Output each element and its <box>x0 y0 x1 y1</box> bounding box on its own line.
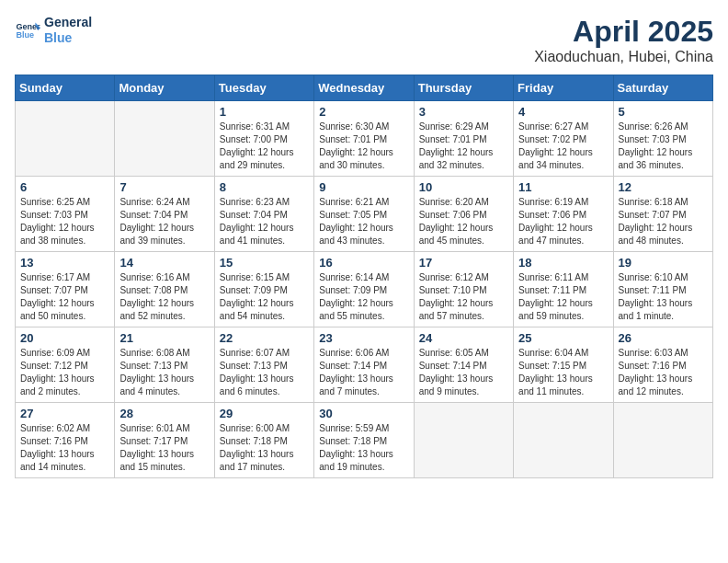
day-number: 30 <box>319 407 408 420</box>
day-number: 10 <box>419 180 508 194</box>
day-info: Sunrise: 6:16 AM Sunset: 7:08 PM Dayligh… <box>119 271 209 323</box>
weekday-header-tuesday: Tuesday <box>214 75 313 101</box>
day-cell: 19Sunrise: 6:10 AM Sunset: 7:11 PM Dayli… <box>613 252 712 327</box>
logo-icon: General Blue <box>15 17 40 43</box>
day-cell: 12Sunrise: 6:18 AM Sunset: 7:07 PM Dayli… <box>613 177 712 252</box>
weekday-header-sunday: Sunday <box>16 75 115 101</box>
day-number: 8 <box>220 180 309 194</box>
day-number: 7 <box>119 180 209 194</box>
day-cell: 25Sunrise: 6:04 AM Sunset: 7:15 PM Dayli… <box>514 327 613 403</box>
day-number: 25 <box>518 331 608 345</box>
day-number: 21 <box>119 331 209 345</box>
day-info: Sunrise: 6:18 AM Sunset: 7:07 PM Dayligh… <box>619 196 708 247</box>
day-cell: 1Sunrise: 6:31 AM Sunset: 7:00 PM Daylig… <box>214 101 313 177</box>
day-cell: 14Sunrise: 6:16 AM Sunset: 7:08 PM Dayli… <box>115 252 214 327</box>
day-number: 23 <box>319 331 408 345</box>
day-info: Sunrise: 6:07 AM Sunset: 7:13 PM Dayligh… <box>220 347 309 398</box>
day-info: Sunrise: 5:59 AM Sunset: 7:18 PM Dayligh… <box>319 422 408 474</box>
title-block: April 2025 Xiaoduchuan, Hubei, China <box>534 15 713 65</box>
day-cell <box>613 403 712 478</box>
day-cell: 23Sunrise: 6:06 AM Sunset: 7:14 PM Dayli… <box>314 327 414 403</box>
weekday-header-saturday: Saturday <box>613 75 712 101</box>
day-number: 20 <box>20 331 109 345</box>
day-info: Sunrise: 6:24 AM Sunset: 7:04 PM Dayligh… <box>119 196 209 247</box>
day-cell: 26Sunrise: 6:03 AM Sunset: 7:16 PM Dayli… <box>613 327 712 403</box>
day-cell: 28Sunrise: 6:01 AM Sunset: 7:17 PM Dayli… <box>115 403 214 478</box>
day-cell <box>115 101 214 177</box>
weekday-header-thursday: Thursday <box>414 75 513 101</box>
day-cell: 15Sunrise: 6:15 AM Sunset: 7:09 PM Dayli… <box>214 252 313 327</box>
day-number: 12 <box>619 180 708 194</box>
day-info: Sunrise: 6:05 AM Sunset: 7:14 PM Dayligh… <box>419 347 508 398</box>
day-cell <box>16 101 115 177</box>
day-info: Sunrise: 6:15 AM Sunset: 7:09 PM Dayligh… <box>220 271 309 323</box>
day-number: 9 <box>319 180 408 194</box>
day-info: Sunrise: 6:11 AM Sunset: 7:11 PM Dayligh… <box>518 271 608 323</box>
weekday-header-friday: Friday <box>514 75 613 101</box>
day-number: 24 <box>419 331 508 345</box>
day-info: Sunrise: 6:31 AM Sunset: 7:00 PM Dayligh… <box>220 121 309 172</box>
day-cell <box>414 403 513 478</box>
day-number: 26 <box>619 331 708 345</box>
day-info: Sunrise: 6:17 AM Sunset: 7:07 PM Dayligh… <box>20 271 109 323</box>
day-info: Sunrise: 6:14 AM Sunset: 7:09 PM Dayligh… <box>319 271 408 323</box>
day-number: 5 <box>619 105 708 119</box>
day-info: Sunrise: 6:00 AM Sunset: 7:18 PM Dayligh… <box>220 422 309 474</box>
day-number: 16 <box>319 256 408 270</box>
day-info: Sunrise: 6:27 AM Sunset: 7:02 PM Dayligh… <box>518 121 608 172</box>
day-info: Sunrise: 6:09 AM Sunset: 7:12 PM Dayligh… <box>20 347 109 398</box>
day-cell: 29Sunrise: 6:00 AM Sunset: 7:18 PM Dayli… <box>214 403 313 478</box>
day-number: 28 <box>119 407 209 420</box>
day-cell: 30Sunrise: 5:59 AM Sunset: 7:18 PM Dayli… <box>314 403 414 478</box>
day-cell: 20Sunrise: 6:09 AM Sunset: 7:12 PM Dayli… <box>16 327 115 403</box>
day-cell: 11Sunrise: 6:19 AM Sunset: 7:06 PM Dayli… <box>514 177 613 252</box>
day-number: 22 <box>220 331 309 345</box>
day-cell: 17Sunrise: 6:12 AM Sunset: 7:10 PM Dayli… <box>414 252 513 327</box>
day-info: Sunrise: 6:19 AM Sunset: 7:06 PM Dayligh… <box>518 196 608 247</box>
day-number: 3 <box>419 105 508 119</box>
week-row-2: 6Sunrise: 6:25 AM Sunset: 7:03 PM Daylig… <box>16 177 713 252</box>
day-number: 14 <box>119 256 209 270</box>
day-cell: 2Sunrise: 6:30 AM Sunset: 7:01 PM Daylig… <box>314 101 414 177</box>
day-info: Sunrise: 6:25 AM Sunset: 7:03 PM Dayligh… <box>20 196 109 247</box>
day-number: 2 <box>319 105 408 119</box>
calendar: SundayMondayTuesdayWednesdayThursdayFrid… <box>15 75 713 478</box>
day-number: 4 <box>518 105 608 119</box>
day-cell: 13Sunrise: 6:17 AM Sunset: 7:07 PM Dayli… <box>16 252 115 327</box>
svg-text:Blue: Blue <box>16 30 34 40</box>
day-cell: 7Sunrise: 6:24 AM Sunset: 7:04 PM Daylig… <box>115 177 214 252</box>
day-cell: 8Sunrise: 6:23 AM Sunset: 7:04 PM Daylig… <box>214 177 313 252</box>
day-number: 19 <box>619 256 708 270</box>
day-info: Sunrise: 6:01 AM Sunset: 7:17 PM Dayligh… <box>119 422 209 474</box>
logo-general: General <box>44 15 92 30</box>
day-number: 13 <box>20 256 109 270</box>
logo-blue: Blue <box>44 30 92 46</box>
week-row-4: 20Sunrise: 6:09 AM Sunset: 7:12 PM Dayli… <box>16 327 713 403</box>
logo: General Blue General Blue <box>15 15 92 46</box>
month-title: April 2025 <box>534 15 713 49</box>
week-row-1: 1Sunrise: 6:31 AM Sunset: 7:00 PM Daylig… <box>16 101 713 177</box>
day-cell <box>514 403 613 478</box>
day-info: Sunrise: 6:06 AM Sunset: 7:14 PM Dayligh… <box>319 347 408 398</box>
day-cell: 24Sunrise: 6:05 AM Sunset: 7:14 PM Dayli… <box>414 327 513 403</box>
day-cell: 9Sunrise: 6:21 AM Sunset: 7:05 PM Daylig… <box>314 177 414 252</box>
location-title: Xiaoduchuan, Hubei, China <box>534 49 713 65</box>
day-info: Sunrise: 6:26 AM Sunset: 7:03 PM Dayligh… <box>619 121 708 172</box>
header: General Blue General Blue April 2025 Xia… <box>15 15 713 65</box>
day-info: Sunrise: 6:02 AM Sunset: 7:16 PM Dayligh… <box>20 422 109 474</box>
week-row-3: 13Sunrise: 6:17 AM Sunset: 7:07 PM Dayli… <box>16 252 713 327</box>
day-number: 27 <box>20 407 109 420</box>
day-info: Sunrise: 6:29 AM Sunset: 7:01 PM Dayligh… <box>419 121 508 172</box>
day-cell: 5Sunrise: 6:26 AM Sunset: 7:03 PM Daylig… <box>613 101 712 177</box>
day-info: Sunrise: 6:08 AM Sunset: 7:13 PM Dayligh… <box>119 347 209 398</box>
day-number: 6 <box>20 180 109 194</box>
day-cell: 21Sunrise: 6:08 AM Sunset: 7:13 PM Dayli… <box>115 327 214 403</box>
day-info: Sunrise: 6:23 AM Sunset: 7:04 PM Dayligh… <box>220 196 309 247</box>
day-cell: 27Sunrise: 6:02 AM Sunset: 7:16 PM Dayli… <box>16 403 115 478</box>
day-info: Sunrise: 6:10 AM Sunset: 7:11 PM Dayligh… <box>619 271 708 323</box>
day-number: 11 <box>518 180 608 194</box>
day-info: Sunrise: 6:03 AM Sunset: 7:16 PM Dayligh… <box>619 347 708 398</box>
day-info: Sunrise: 6:04 AM Sunset: 7:15 PM Dayligh… <box>518 347 608 398</box>
week-row-5: 27Sunrise: 6:02 AM Sunset: 7:16 PM Dayli… <box>16 403 713 478</box>
day-number: 15 <box>220 256 309 270</box>
